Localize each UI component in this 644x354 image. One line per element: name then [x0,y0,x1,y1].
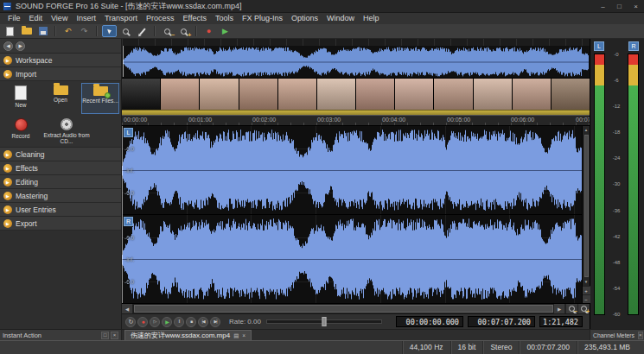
sidebar-item-cleaning[interactable]: ▶ Cleaning [0,148,121,161]
menu-item-file[interactable]: File [3,13,25,24]
toolbar-separator [195,26,197,36]
import-extract-cd-button[interactable]: Extract Audio from CD... [41,116,92,145]
panel-close-button[interactable]: × [638,332,643,339]
right-channel[interactable]: R -6.0 -Inf. -6.0 [122,215,590,303]
video-thumbnail[interactable] [317,79,355,110]
pencil-tool-button[interactable] [135,25,150,37]
meter-scale-label: -54 [613,286,621,291]
video-thumbnail[interactable] [200,79,238,110]
sidebar-item-user-entries[interactable]: ▶ User Entries [0,203,121,217]
nav-back-button[interactable]: ◀ [3,41,13,51]
vertical-scrollbar[interactable]: ▲ ▼ + − [582,126,590,303]
magnify-tool-button[interactable] [118,25,133,37]
edit-tool-button[interactable] [102,25,117,37]
video-thumbnail[interactable] [552,79,590,110]
sidebar-item-editing[interactable]: ▶ Editing [0,175,121,189]
menu-item-window[interactable]: Window [322,13,359,24]
loop-selection-bar[interactable] [122,110,590,116]
toolbar-separator [54,26,56,36]
redo-button[interactable]: ↷ [77,25,92,37]
zoom-in-button[interactable]: + [176,25,191,37]
tab-close-icon[interactable]: × [242,332,245,338]
video-thumbnail[interactable] [278,79,316,110]
maximize-button[interactable]: □ [611,0,628,12]
horizontal-scroll-track[interactable] [133,304,554,313]
import-new-button[interactable]: New [2,83,40,114]
play-all-button[interactable]: ▷ [150,317,160,327]
menu-item-help[interactable]: Help [359,13,384,24]
level-zoom-out-button[interactable]: − [583,294,590,303]
video-thumbnail-strip[interactable] [122,79,590,110]
time-ruler[interactable]: 00:00:00 00:01:00 00:02:00 00:03:00 00:0… [122,116,590,126]
loop-playback-button[interactable]: ↻ [125,317,136,327]
vertical-scroll-thumb[interactable] [584,135,589,277]
waveform-overview[interactable] [122,39,590,79]
menu-item-effects[interactable]: Effects [179,13,211,24]
left-channel[interactable]: L -6.0 -Inf. -6.0 [122,126,590,214]
ruler-tick-label: 00:05:00 [447,117,470,123]
scroll-down-button[interactable]: ▼ [583,278,590,286]
horizontal-scroll-thumb[interactable] [134,305,553,313]
scroll-up-button[interactable]: ▲ [583,126,590,134]
panel-dock-button[interactable]: □ [101,332,109,339]
channel-meters-title: Channel Meters [593,332,634,338]
document-tab[interactable]: 伤速的安详www.ssdax.com.mp4 ▤ × [124,330,252,340]
close-button[interactable]: × [628,0,644,12]
nav-forward-button[interactable]: ▶ [16,41,25,51]
rate-slider-handle[interactable] [322,317,326,326]
expand-arrow-icon: ▶ [3,219,12,228]
sidebar-item-import[interactable]: ▶ Import [0,67,121,81]
left-waveform-canvas[interactable] [122,126,582,214]
pause-button[interactable]: II [174,317,184,327]
minimize-button[interactable]: – [595,0,611,12]
menu-item-edit[interactable]: Edit [25,13,48,24]
menu-item-process[interactable]: Process [142,13,179,24]
undo-button[interactable]: ↶ [61,25,75,37]
video-thumbnail[interactable] [513,79,551,110]
video-thumbnail[interactable] [395,79,433,110]
video-thumbnail[interactable] [356,79,394,110]
sidebar-item-effects[interactable]: ▶ Effects [0,161,121,175]
sidebar-item-mastering[interactable]: ▶ Mastering [0,189,121,203]
right-waveform-canvas[interactable] [122,215,582,303]
menu-item-tools[interactable]: Tools [211,13,238,24]
go-to-start-button[interactable]: |◀ [198,317,208,327]
right-channel-button[interactable]: R [124,217,133,226]
open-button[interactable] [19,25,34,37]
rate-slider[interactable] [266,319,382,324]
menu-item-view[interactable]: View [47,13,72,24]
time-zoom-in-button[interactable]: + [577,304,590,313]
left-channel-button[interactable]: L [124,128,133,137]
sidebar-item-export[interactable]: ▶ Export [0,217,121,231]
record-toolbar-button[interactable]: ● [201,25,216,37]
zoom-out-button[interactable]: − [160,25,175,37]
play-toolbar-button[interactable]: ▶ [218,25,233,37]
time-zoom-out-button[interactable]: − [565,304,577,313]
scroll-left-button[interactable]: ◀ [122,304,133,313]
menu-item-insert[interactable]: Insert [72,13,100,24]
panel-close-button[interactable]: × [111,332,118,339]
video-thumbnail[interactable] [161,79,199,110]
menu-item-fx-plugins[interactable]: FX Plug-Ins [238,13,287,24]
video-thumbnail[interactable] [239,79,277,110]
video-thumbnail[interactable] [434,79,472,110]
tab-list-icon[interactable]: ▤ [233,332,239,339]
go-to-end-button[interactable]: ▶| [210,317,220,327]
level-zoom-in-button[interactable]: + [583,286,590,294]
video-thumbnail[interactable] [122,79,160,110]
save-button[interactable] [35,25,50,37]
menu-item-options[interactable]: Options [287,13,322,24]
import-record-button[interactable]: Record [2,116,40,145]
horizontal-scrollbar[interactable]: ◀ ▶ − + [122,303,590,313]
sidebar-item-workspace[interactable]: ▶ Workspace [0,54,121,67]
video-thumbnail[interactable] [474,79,512,110]
menu-item-transport[interactable]: Transport [100,13,142,24]
new-file-button[interactable] [3,25,17,37]
import-recent-files-button[interactable]: Recent Files... [81,83,119,114]
stop-button[interactable]: ■ [186,317,196,327]
scroll-right-button[interactable]: ▶ [554,304,565,313]
import-open-button[interactable]: Open [41,83,80,114]
overview-waveform-canvas[interactable] [123,46,589,78]
record-button[interactable]: ● [137,317,148,327]
play-button[interactable]: ▶ [162,317,172,327]
